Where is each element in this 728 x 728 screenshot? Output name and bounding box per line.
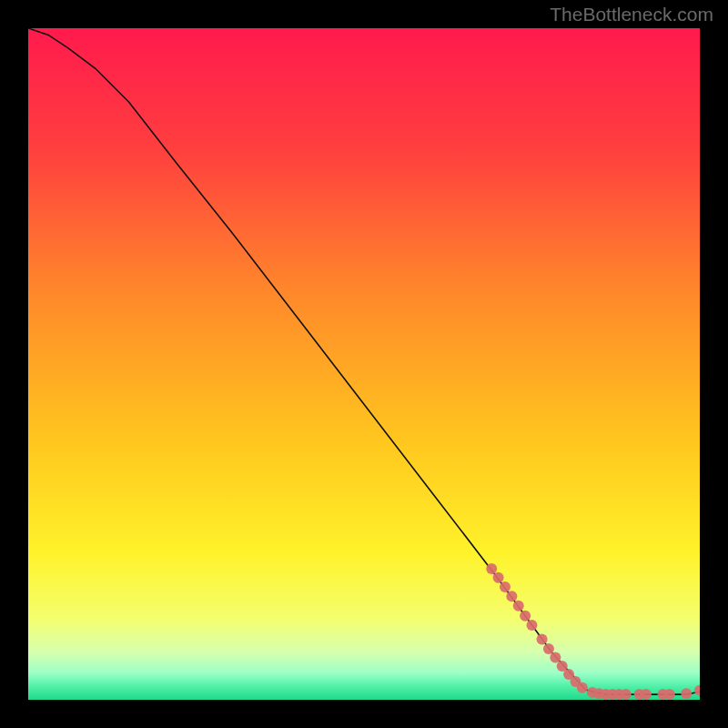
gradient-background bbox=[28, 28, 700, 700]
data-point bbox=[506, 591, 517, 602]
data-point bbox=[641, 689, 652, 700]
watermark-text: TheBottleneck.com bbox=[550, 4, 713, 25]
data-point bbox=[577, 682, 588, 693]
data-point bbox=[486, 563, 497, 574]
data-point bbox=[664, 689, 675, 700]
data-point bbox=[537, 634, 548, 645]
data-point bbox=[681, 688, 692, 699]
data-point bbox=[500, 581, 511, 592]
data-point bbox=[493, 572, 504, 583]
data-point bbox=[621, 689, 632, 700]
data-point bbox=[550, 652, 561, 663]
data-point bbox=[520, 611, 531, 622]
data-point bbox=[513, 601, 524, 612]
chart-container: TheBottleneck.com bbox=[0, 0, 728, 728]
plot-area bbox=[28, 28, 700, 700]
data-point bbox=[543, 643, 554, 654]
data-point bbox=[527, 620, 538, 631]
chart-svg bbox=[28, 28, 700, 700]
